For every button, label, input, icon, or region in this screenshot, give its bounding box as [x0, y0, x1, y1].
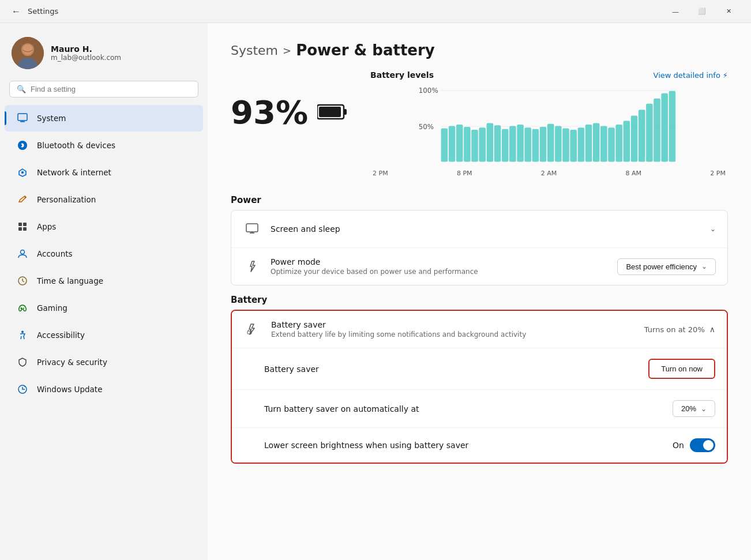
- breadcrumb-separator: >: [283, 44, 291, 57]
- power-mode-dropdown[interactable]: Best power efficiency ⌄: [617, 258, 716, 275]
- windows-icon: [16, 383, 29, 396]
- auto-battery-value: 20%: [681, 404, 696, 413]
- user-name: Mauro H.: [51, 44, 121, 54]
- privacy-icon: [16, 356, 29, 369]
- battery-percent-area: 93%: [231, 70, 347, 131]
- screen-sleep-row[interactable]: Screen and sleep ⌄: [231, 211, 727, 248]
- power-mode-desc: Optimize your device based on power use …: [271, 268, 608, 276]
- svg-rect-35: [471, 130, 478, 162]
- sidebar-item-bluetooth[interactable]: Bluetooth & devices: [5, 132, 203, 159]
- svg-rect-14: [23, 227, 27, 231]
- power-section: Power Screen and sleep ⌄: [231, 195, 728, 285]
- personalization-icon: [16, 193, 29, 206]
- avatar[interactable]: [12, 37, 44, 69]
- view-detailed-link[interactable]: View detailed info ⚡: [654, 71, 728, 80]
- user-email: m_lab@outlook.com: [51, 54, 121, 62]
- battery-saver-header-row[interactable]: Battery saver Extend battery life by lim…: [232, 311, 727, 348]
- charging-icon: ⚡: [723, 71, 728, 80]
- sidebar-item-system[interactable]: System: [5, 105, 203, 131]
- battery-chart: 100% 50%: [370, 84, 728, 165]
- battery-section: Battery Battery saver Ex: [231, 295, 728, 464]
- sidebar-item-network-label: Network & internet: [37, 168, 111, 177]
- sidebar-item-accounts[interactable]: Accounts: [5, 240, 203, 267]
- power-mode-control[interactable]: Best power efficiency ⌄: [617, 258, 716, 275]
- svg-rect-53: [608, 127, 615, 161]
- brightness-toggle[interactable]: [690, 438, 715, 452]
- network-icon: [16, 166, 29, 179]
- sidebar-item-accounts-label: Accounts: [37, 249, 73, 258]
- svg-rect-43: [532, 129, 539, 162]
- minimize-button[interactable]: —: [662, 2, 689, 21]
- svg-rect-42: [524, 127, 531, 161]
- svg-line-18: [22, 281, 24, 282]
- svg-rect-51: [593, 123, 600, 161]
- sidebar-item-privacy[interactable]: Privacy & security: [5, 349, 203, 375]
- svg-rect-48: [570, 130, 577, 162]
- svg-rect-34: [464, 127, 471, 162]
- search-input[interactable]: [31, 85, 191, 93]
- bluetooth-icon: [16, 139, 29, 152]
- svg-rect-47: [562, 128, 569, 161]
- battery-saver-row-label: Battery saver: [264, 364, 639, 374]
- svg-rect-12: [23, 223, 27, 226]
- sidebar-item-apps-label: Apps: [37, 222, 56, 231]
- auto-battery-control[interactable]: 20% ⌄: [673, 400, 715, 417]
- chart-label-8am: 8 AM: [626, 170, 642, 177]
- svg-rect-33: [456, 125, 463, 162]
- svg-rect-54: [615, 125, 622, 162]
- power-mode-value: Best power efficiency: [626, 262, 697, 271]
- svg-rect-13: [18, 227, 22, 231]
- auto-battery-label: Turn battery saver on automatically at: [264, 404, 663, 414]
- sidebar-item-time[interactable]: Time & language: [5, 268, 203, 294]
- sidebar-item-apps[interactable]: Apps: [5, 213, 203, 240]
- titlebar-controls: — ⬜ ✕: [662, 2, 742, 21]
- sidebar-item-accessibility[interactable]: Accessibility: [5, 322, 203, 348]
- svg-rect-52: [600, 126, 607, 162]
- sidebar: Mauro H. m_lab@outlook.com 🔍 SystemBluet…: [0, 23, 208, 560]
- battery-saver-chevron-up-icon: ∧: [709, 325, 715, 334]
- power-mode-chevron-icon: ⌄: [701, 262, 707, 270]
- screen-sleep-content: Screen and sleep: [271, 224, 701, 234]
- turns-on-text: Turns on at 20%: [644, 325, 705, 334]
- breadcrumb: System > Power & battery: [231, 42, 728, 59]
- svg-rect-11: [18, 223, 22, 226]
- maximize-button[interactable]: ⬜: [689, 2, 715, 21]
- svg-rect-61: [669, 91, 676, 162]
- svg-point-21: [23, 308, 24, 309]
- battery-saver-desc: Extend battery life by limiting some not…: [271, 330, 635, 339]
- svg-rect-60: [661, 93, 668, 162]
- svg-rect-44: [540, 127, 547, 162]
- svg-point-22: [21, 331, 24, 333]
- sidebar-item-accessibility-label: Accessibility: [37, 330, 85, 340]
- auto-battery-saver-row: Turn battery saver on automatically at 2…: [232, 390, 727, 428]
- chart-label-2pm-2: 2 PM: [710, 170, 726, 177]
- sidebar-item-network[interactable]: Network & internet: [5, 159, 203, 186]
- sidebar-item-gaming-label: Gaming: [37, 303, 67, 313]
- user-info: Mauro H. m_lab@outlook.com: [51, 44, 121, 62]
- battery-saver-toggle-row: Battery saver Turn on now: [232, 348, 727, 390]
- chevron-down-icon: ⌄: [710, 225, 716, 233]
- svg-rect-55: [624, 121, 630, 162]
- auto-battery-dropdown[interactable]: 20% ⌄: [673, 400, 715, 417]
- turn-on-now-button[interactable]: Turn on now: [648, 359, 715, 379]
- sidebar-item-windows[interactable]: Windows Update: [5, 376, 203, 403]
- back-button[interactable]: ←: [9, 4, 23, 19]
- sidebar-item-privacy-label: Privacy & security: [37, 358, 107, 367]
- search-box: 🔍: [9, 81, 198, 97]
- svg-rect-50: [585, 125, 592, 162]
- breadcrumb-system[interactable]: System: [231, 43, 278, 58]
- sidebar-item-personalization[interactable]: Personalization: [5, 186, 203, 213]
- sidebar-item-gaming[interactable]: Gaming: [5, 295, 203, 321]
- svg-rect-40: [509, 126, 516, 162]
- svg-rect-41: [517, 125, 524, 162]
- svg-point-9: [21, 171, 24, 174]
- svg-text:50%: 50%: [419, 123, 434, 131]
- top-section: 93% Battery levels View detailed info ⚡: [231, 70, 728, 176]
- power-section-title: Power: [231, 195, 728, 205]
- search-icon: 🔍: [17, 85, 26, 93]
- sidebar-item-time-label: Time & language: [37, 276, 103, 285]
- battery-chart-area: Battery levels View detailed info ⚡ 100%…: [370, 70, 728, 176]
- accounts-icon: [16, 247, 29, 260]
- close-button[interactable]: ✕: [715, 2, 742, 21]
- battery-saver-title: Battery saver: [271, 320, 635, 329]
